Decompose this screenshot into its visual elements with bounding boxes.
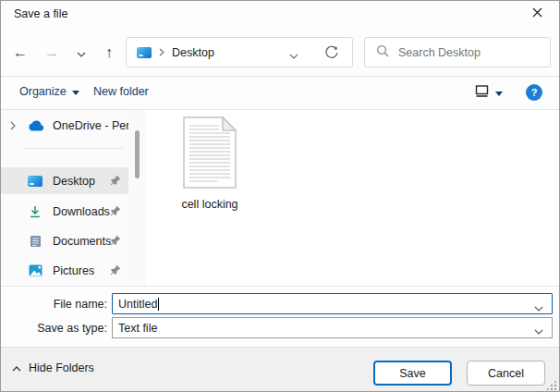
navigation-pane: OneDrive - Perso Desktop Downloads bbox=[1, 110, 128, 286]
up-icon: ↑ bbox=[105, 44, 113, 61]
documents-icon bbox=[25, 235, 45, 248]
resize-grip[interactable] bbox=[554, 388, 556, 390]
forward-button[interactable]: → bbox=[40, 41, 64, 65]
file-name-field-label: File name: bbox=[1, 298, 107, 311]
title-bar: Save a file bbox=[1, 1, 559, 27]
sidebar-item-downloads[interactable]: Downloads bbox=[1, 198, 128, 225]
pin-icon bbox=[110, 235, 121, 249]
address-bar[interactable]: Desktop bbox=[126, 37, 353, 67]
file-name-label: cell locking bbox=[170, 198, 250, 211]
save-button[interactable]: Save bbox=[373, 361, 452, 386]
new-folder-button[interactable]: New folder bbox=[93, 85, 149, 98]
file-item[interactable]: cell locking bbox=[170, 116, 250, 211]
save-button-label: Save bbox=[399, 367, 426, 380]
footer-bar: Hide Folders Save Cancel bbox=[1, 347, 559, 392]
views-dropdown-triangle-icon bbox=[495, 86, 503, 99]
sidebar-scrollbar[interactable] bbox=[128, 110, 146, 286]
save-as-type-dropdown-icon[interactable] bbox=[534, 325, 543, 337]
breadcrumb-location[interactable]: Desktop bbox=[172, 46, 214, 59]
help-icon: ? bbox=[531, 87, 538, 98]
desktop-icon bbox=[25, 176, 45, 187]
search-box[interactable] bbox=[364, 37, 551, 67]
dropdown-triangle-icon bbox=[72, 85, 79, 98]
expand-chevron-icon[interactable] bbox=[1, 121, 25, 130]
search-icon bbox=[376, 44, 389, 60]
text-caret bbox=[158, 298, 159, 311]
close-icon bbox=[532, 7, 542, 20]
help-button[interactable]: ? bbox=[526, 84, 542, 101]
scrollbar-thumb[interactable] bbox=[135, 130, 140, 178]
dialog-title: Save a file bbox=[14, 7, 67, 20]
search-input[interactable] bbox=[398, 46, 550, 59]
up-button[interactable]: ↑ bbox=[97, 41, 121, 65]
sidebar-item-onedrive[interactable]: OneDrive - Perso bbox=[1, 112, 128, 139]
recent-locations-button[interactable] bbox=[69, 41, 93, 65]
back-button[interactable]: ← bbox=[8, 41, 32, 65]
sidebar-item-label: Pictures bbox=[53, 264, 94, 277]
fields-section: File name: Untitled Save as type: Text f… bbox=[1, 287, 559, 347]
forward-icon: → bbox=[44, 44, 59, 61]
sidebar-item-label: OneDrive - Perso bbox=[53, 119, 128, 132]
sidebar-item-label: Desktop bbox=[53, 175, 95, 188]
chevron-down-icon bbox=[77, 44, 86, 61]
hide-folders-button[interactable]: Hide Folders bbox=[12, 361, 94, 374]
change-view-button[interactable] bbox=[469, 82, 509, 103]
save-as-type-select[interactable]: Text file bbox=[112, 317, 553, 338]
file-name-input[interactable]: Untitled bbox=[112, 293, 553, 314]
pin-icon bbox=[110, 264, 121, 278]
downloads-icon bbox=[25, 205, 45, 218]
sidebar-item-pictures[interactable]: Pictures bbox=[1, 257, 128, 284]
breadcrumb-chevron-icon bbox=[159, 46, 164, 59]
dialog-body: OneDrive - Perso Desktop Downloads bbox=[1, 110, 560, 286]
pin-icon bbox=[110, 205, 121, 219]
desktop-icon bbox=[137, 47, 152, 58]
sidebar-separator bbox=[23, 148, 123, 149]
organize-button[interactable]: Organize bbox=[19, 85, 79, 98]
sidebar-item-desktop[interactable]: Desktop bbox=[1, 167, 128, 194]
cancel-button[interactable]: Cancel bbox=[467, 361, 545, 386]
back-icon: ← bbox=[13, 44, 28, 61]
save-file-dialog: Save a file ← → ↑ Desktop bbox=[0, 0, 560, 392]
new-folder-label: New folder bbox=[93, 85, 149, 98]
onedrive-cloud-icon bbox=[25, 119, 45, 131]
sidebar-item-label: Downloads bbox=[53, 205, 110, 218]
file-name-value: Untitled bbox=[118, 298, 157, 311]
views-icon bbox=[475, 84, 489, 101]
pin-icon bbox=[110, 175, 121, 189]
file-name-dropdown-icon[interactable] bbox=[534, 301, 543, 314]
close-button[interactable] bbox=[522, 4, 552, 24]
pictures-icon bbox=[25, 264, 45, 276]
sidebar-item-documents[interactable]: Documents bbox=[1, 227, 128, 254]
organize-label: Organize bbox=[19, 85, 67, 98]
save-as-type-value: Text file bbox=[118, 322, 157, 335]
sidebar-item-label: Documents bbox=[53, 235, 111, 248]
cancel-button-label: Cancel bbox=[488, 367, 524, 380]
address-dropdown-icon[interactable] bbox=[289, 49, 298, 62]
refresh-button[interactable] bbox=[324, 45, 339, 63]
save-as-type-field-label: Save as type: bbox=[1, 322, 107, 335]
hide-folders-label: Hide Folders bbox=[29, 361, 94, 374]
text-document-icon bbox=[182, 179, 237, 192]
chevron-up-icon bbox=[12, 361, 21, 374]
toolbar-divider-top bbox=[1, 76, 559, 77]
